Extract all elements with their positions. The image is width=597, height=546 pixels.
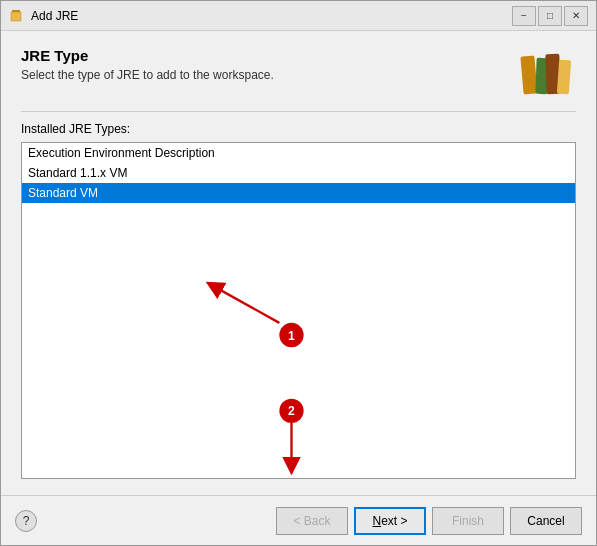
list-item-standard-11x[interactable]: Standard 1.1.x VM	[22, 163, 575, 183]
page-subtitle: Select the type of JRE to add to the wor…	[21, 68, 510, 82]
content-area: JRE Type Select the type of JRE to add t…	[1, 31, 596, 495]
header-icon-container	[520, 47, 576, 97]
book-4	[557, 60, 571, 95]
window: Add JRE − □ ✕ JRE Type Select the type o…	[0, 0, 597, 546]
maximize-button[interactable]: □	[538, 6, 562, 26]
next-button[interactable]: Next >	[354, 507, 426, 535]
help-button[interactable]: ?	[15, 510, 37, 532]
jre-types-list[interactable]: Execution Environment Description Standa…	[21, 142, 576, 479]
header-text: JRE Type Select the type of JRE to add t…	[21, 47, 510, 82]
footer-buttons: < Back Next > Finish Cancel	[276, 507, 582, 535]
finish-button[interactable]: Finish	[432, 507, 504, 535]
header-section: JRE Type Select the type of JRE to add t…	[21, 47, 576, 97]
next-label: Next >	[372, 514, 407, 528]
close-button[interactable]: ✕	[564, 6, 588, 26]
title-bar-controls: − □ ✕	[512, 6, 588, 26]
list-item-exec-env[interactable]: Execution Environment Description	[22, 143, 575, 163]
cancel-button[interactable]: Cancel	[510, 507, 582, 535]
svg-rect-0	[11, 12, 21, 21]
title-bar: Add JRE − □ ✕	[1, 1, 596, 31]
separator	[21, 111, 576, 112]
list-item-standard-vm[interactable]: Standard VM	[22, 183, 575, 203]
minimize-button[interactable]: −	[512, 6, 536, 26]
list-label: Installed JRE Types:	[21, 122, 576, 136]
window-icon	[9, 8, 25, 24]
back-button[interactable]: < Back	[276, 507, 348, 535]
footer: ? < Back Next > Finish Cancel	[1, 495, 596, 545]
books-icon	[522, 50, 574, 94]
main-container: JRE Type Select the type of JRE to add t…	[1, 31, 596, 495]
svg-rect-1	[12, 10, 20, 12]
window-title: Add JRE	[31, 9, 512, 23]
footer-left: ?	[15, 510, 37, 532]
page-title: JRE Type	[21, 47, 510, 64]
